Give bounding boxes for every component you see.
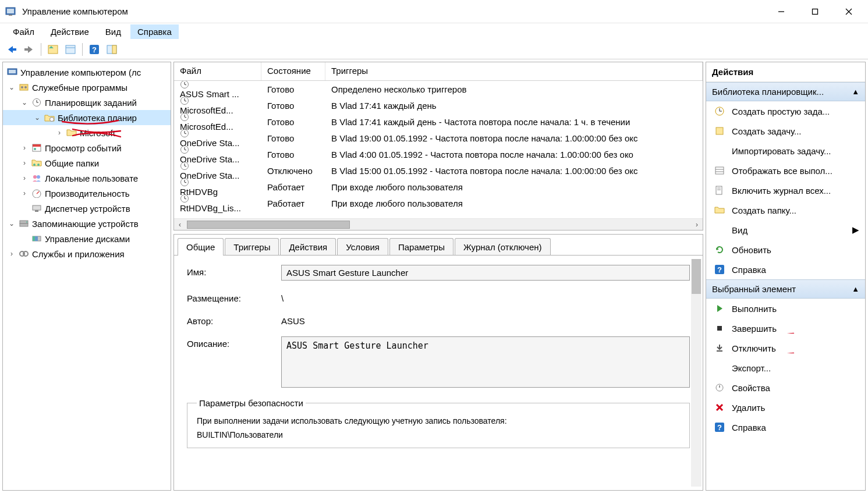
action-disable[interactable]: Отключить bbox=[706, 338, 865, 358]
svg-text:?: ? bbox=[92, 45, 97, 54]
end-icon bbox=[714, 323, 725, 334]
chevron-right-icon[interactable]: › bbox=[20, 144, 29, 152]
tools-icon bbox=[18, 82, 30, 93]
chevron-down-icon[interactable]: ⌄ bbox=[33, 114, 41, 122]
action-refresh[interactable]: Обновить bbox=[706, 240, 865, 260]
action-label: Свойства bbox=[732, 383, 859, 393]
chevron-up-icon: ▲ bbox=[852, 285, 859, 293]
tree-shared-folders[interactable]: ›Общие папки bbox=[3, 155, 171, 171]
tree-disk-management[interactable]: Управление дисками bbox=[3, 231, 171, 246]
folder-clock-icon bbox=[44, 112, 55, 123]
tab-actions[interactable]: Действия bbox=[280, 238, 336, 256]
chevron-right-icon[interactable]: › bbox=[20, 174, 29, 182]
tree-device-manager[interactable]: Диспетчер устройств bbox=[3, 201, 171, 216]
tree-performance[interactable]: ›Производительность bbox=[3, 186, 171, 201]
tab-conditions[interactable]: Условия bbox=[337, 238, 388, 256]
task-row[interactable]: MicrosoftEd...ГотовоВ Vlad 17:41 каждый … bbox=[174, 97, 703, 114]
col-state[interactable]: Состояние bbox=[261, 62, 325, 80]
tab-triggers[interactable]: Триггеры bbox=[225, 238, 279, 256]
actions-title: Действия bbox=[706, 62, 865, 82]
svg-rect-75 bbox=[716, 186, 722, 194]
security-user: BUILTIN\Пользователи bbox=[197, 430, 680, 439]
help-button[interactable]: ? bbox=[86, 41, 102, 58]
tree-label: Службы и приложения bbox=[32, 249, 125, 259]
forward-button[interactable] bbox=[21, 41, 37, 58]
action-end[interactable]: Завершить bbox=[706, 318, 865, 338]
name-field[interactable] bbox=[281, 265, 690, 281]
tab-settings[interactable]: Параметры bbox=[389, 238, 454, 256]
action-new-folder[interactable]: Создать папку... bbox=[706, 200, 865, 220]
close-button[interactable] bbox=[832, 1, 866, 22]
task-row[interactable]: RtHDVBgРаботаетПри входе любого пользова… bbox=[174, 179, 703, 195]
menu-action[interactable]: Действие bbox=[44, 24, 96, 39]
disable-icon bbox=[714, 343, 725, 353]
task-row[interactable]: OneDrive Sta...ГотовоВ Vlad 4:00 01.05.1… bbox=[174, 146, 703, 162]
security-text: При выполнении задачи использовать следу… bbox=[197, 416, 680, 425]
tree-event-viewer[interactable]: ›Просмотр событий bbox=[3, 140, 171, 155]
action-enable-history[interactable]: Включить журнал всех... bbox=[706, 180, 865, 200]
vertical-scrollbar[interactable] bbox=[691, 259, 702, 487]
action-label: Завершить bbox=[732, 324, 859, 334]
toolbar-separator bbox=[82, 43, 83, 56]
tree-local-users[interactable]: ›Локальные пользовате bbox=[3, 171, 171, 186]
show-hide-tree-button[interactable] bbox=[45, 41, 61, 58]
show-actions-button[interactable] bbox=[104, 41, 120, 58]
toolbar-separator bbox=[41, 43, 41, 56]
tree-scheduler-library[interactable]: ⌄Библиотека планир bbox=[3, 110, 171, 125]
task-trigger: В Vlad 17:41 каждый день bbox=[325, 101, 657, 111]
svg-rect-37 bbox=[20, 224, 28, 226]
chevron-down-icon[interactable]: ⌄ bbox=[8, 83, 16, 91]
actions-group-library[interactable]: Библиотека планировщик... ▲ bbox=[706, 82, 865, 101]
chevron-right-icon[interactable]: › bbox=[55, 129, 63, 137]
task-row[interactable]: OneDrive Sta...ОтключеноВ Vlad 15:00 01.… bbox=[174, 162, 703, 179]
horizontal-scrollbar[interactable]: ‹ › bbox=[174, 218, 703, 230]
action-display-running[interactable]: Отображать все выпол... bbox=[706, 161, 865, 180]
menu-view[interactable]: Вид bbox=[98, 24, 128, 39]
task-row[interactable]: RtHDVBg_Lis...РаботаетПри входе любого п… bbox=[174, 195, 703, 211]
task-row[interactable]: OneDrive Sta...ГотовоВ Vlad 19:00 01.05.… bbox=[174, 130, 703, 146]
svg-rect-71 bbox=[716, 127, 723, 134]
col-triggers[interactable]: Триггеры bbox=[325, 62, 703, 80]
tab-history[interactable]: Журнал (отключен) bbox=[455, 238, 551, 256]
tree-root[interactable]: Управление компьютером (лс bbox=[3, 65, 171, 80]
chevron-right-icon[interactable]: › bbox=[20, 189, 29, 197]
menu-help[interactable]: Справка bbox=[130, 24, 179, 39]
svg-rect-8 bbox=[24, 48, 29, 51]
action-create-basic-task[interactable]: Создать простую зада... bbox=[706, 101, 865, 121]
task-trigger: В Vlad 19:00 01.05.1992 - Частота повтор… bbox=[325, 133, 657, 143]
clock-icon bbox=[31, 97, 42, 108]
action-help[interactable]: ?Справка bbox=[706, 260, 865, 279]
maximize-button[interactable] bbox=[798, 1, 832, 22]
tree-storage[interactable]: ⌄Запоминающие устройств bbox=[3, 216, 171, 231]
tree-microsoft[interactable]: ›Microsoft bbox=[3, 125, 171, 140]
action-label: Создать простую зада... bbox=[732, 107, 859, 116]
tree-label: Локальные пользовате bbox=[45, 173, 138, 183]
action-label: Создать папку... bbox=[732, 205, 859, 215]
action-label: Создать задачу... bbox=[732, 126, 859, 136]
action-create-task[interactable]: Создать задачу... bbox=[706, 121, 865, 141]
action-export[interactable]: Экспорт... bbox=[706, 358, 865, 378]
col-file[interactable]: Файл bbox=[174, 62, 261, 80]
actions-group-selected[interactable]: Выбранный элемент ▲ bbox=[706, 279, 865, 299]
minimize-button[interactable] bbox=[764, 1, 798, 22]
chevron-down-icon[interactable]: ⌄ bbox=[8, 219, 16, 228]
chevron-down-icon[interactable]: ⌄ bbox=[20, 98, 29, 107]
tree-task-scheduler[interactable]: ⌄Планировщик заданий bbox=[3, 95, 171, 110]
chevron-right-icon[interactable]: › bbox=[8, 250, 16, 258]
tab-general[interactable]: Общие bbox=[178, 238, 224, 256]
tree-services[interactable]: ›Службы и приложения bbox=[3, 246, 171, 261]
description-field[interactable] bbox=[281, 336, 690, 388]
chevron-right-icon[interactable]: › bbox=[20, 159, 29, 167]
menu-file[interactable]: Файл bbox=[6, 24, 41, 39]
task-row[interactable]: ASUS Smart ...ГотовоОпределено несколько… bbox=[174, 81, 703, 97]
properties-button[interactable] bbox=[62, 41, 79, 58]
action-delete[interactable]: Удалить bbox=[706, 398, 865, 417]
action-run[interactable]: Выполнить bbox=[706, 299, 865, 318]
action-properties[interactable]: Свойства bbox=[706, 378, 865, 398]
task-row[interactable]: MicrosoftEd...ГотовоВ Vlad 17:41 каждый … bbox=[174, 114, 703, 130]
tree-system-tools[interactable]: ⌄Служебные программы bbox=[3, 80, 171, 95]
back-button[interactable] bbox=[3, 41, 20, 58]
action-view[interactable]: Вид▶ bbox=[706, 220, 865, 240]
action-import-task[interactable]: Импортировать задачу... bbox=[706, 141, 865, 161]
action-help[interactable]: ?Справка bbox=[706, 417, 865, 437]
